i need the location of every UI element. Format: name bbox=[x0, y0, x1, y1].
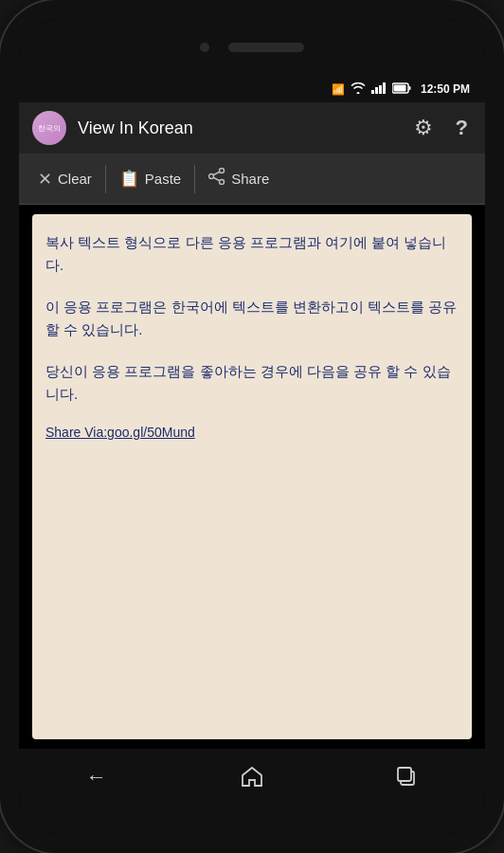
status-icons: 📶 bbox=[332, 82, 470, 96]
text-content-box[interactable]: 복사 텍스트 형식으로 다른 응용 프로그램과 여기에 붙여 넣습니다. 이 응… bbox=[32, 214, 472, 739]
recents-button[interactable] bbox=[374, 758, 441, 797]
share-icon bbox=[208, 168, 225, 190]
content-area: 복사 텍스트 형식으로 다른 응용 프로그램과 여기에 붙여 넣습니다. 이 응… bbox=[19, 205, 485, 749]
signal-icon bbox=[371, 82, 387, 96]
bluetooth-icon: 📶 bbox=[332, 83, 345, 96]
svg-rect-5 bbox=[408, 86, 410, 90]
question-icon: ? bbox=[456, 116, 468, 139]
paragraph-3: 당신이 응용 프로그램을 좋아하는 경우에 다음을 공유 할 수 있습니다. bbox=[45, 360, 459, 406]
app-toolbar: 한국의 View In Korean ⚙ ? bbox=[19, 102, 485, 154]
phone-screen: 📶 bbox=[19, 19, 485, 834]
speaker bbox=[228, 43, 304, 52]
home-button[interactable] bbox=[218, 758, 286, 797]
svg-rect-1 bbox=[375, 87, 378, 94]
help-button[interactable]: ? bbox=[452, 112, 472, 144]
svg-rect-6 bbox=[393, 85, 405, 92]
share-button[interactable]: Share bbox=[197, 160, 280, 197]
app-title: View In Korean bbox=[78, 118, 395, 138]
app-icon: 한국의 bbox=[32, 111, 66, 145]
share-label: Share bbox=[231, 171, 269, 187]
clear-icon: ✕ bbox=[38, 169, 52, 190]
back-button[interactable]: ← bbox=[63, 757, 130, 797]
paragraph-2: 이 응용 프로그램은 한국어에 텍스트를 변환하고이 텍스트를 공유 할 수 있… bbox=[45, 296, 459, 341]
svg-rect-3 bbox=[383, 82, 386, 94]
svg-rect-13 bbox=[398, 768, 411, 781]
bottom-nav: ← bbox=[19, 749, 485, 806]
svg-line-10 bbox=[214, 172, 220, 175]
paste-label: Paste bbox=[145, 171, 181, 187]
home-icon bbox=[241, 766, 263, 789]
phone-frame: 📶 bbox=[0, 0, 504, 853]
svg-rect-0 bbox=[371, 90, 374, 94]
share-link[interactable]: Share Via:goo.gl/50Mund bbox=[45, 425, 459, 440]
camera bbox=[200, 43, 209, 52]
settings-button[interactable]: ⚙ bbox=[410, 112, 437, 144]
gear-icon: ⚙ bbox=[414, 116, 433, 139]
divider-1 bbox=[105, 165, 106, 193]
paragraph-1: 복사 텍스트 형식으로 다른 응용 프로그램과 여기에 붙여 넣습니다. bbox=[45, 231, 459, 277]
battery-icon bbox=[392, 82, 411, 96]
clear-label: Clear bbox=[58, 171, 92, 187]
svg-rect-2 bbox=[379, 85, 382, 94]
bottom-bezel bbox=[19, 806, 485, 834]
recents-icon bbox=[397, 766, 418, 789]
svg-line-11 bbox=[214, 178, 220, 181]
action-bar: ✕ Clear 📋 Paste Shar bbox=[19, 154, 485, 205]
wifi-icon bbox=[351, 82, 366, 96]
svg-point-7 bbox=[220, 169, 225, 173]
divider-2 bbox=[194, 165, 195, 193]
status-time: 12:50 PM bbox=[421, 82, 470, 96]
svg-point-8 bbox=[209, 174, 214, 179]
svg-point-9 bbox=[220, 180, 225, 185]
clear-button[interactable]: ✕ Clear bbox=[27, 161, 103, 197]
paste-button[interactable]: 📋 Paste bbox=[108, 161, 192, 196]
paste-icon: 📋 bbox=[119, 169, 139, 189]
status-bar: 📶 bbox=[19, 76, 485, 102]
back-icon: ← bbox=[86, 765, 107, 789]
top-bezel bbox=[19, 19, 485, 76]
